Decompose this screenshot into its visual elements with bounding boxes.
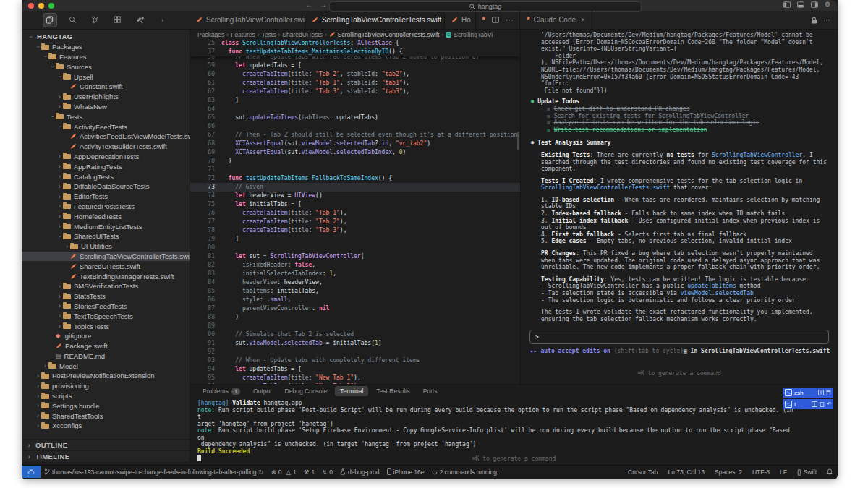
tree-item-settings-bundle[interactable]: ›Settings.bundle xyxy=(22,401,190,411)
restore-icon[interactable]: ↶ xyxy=(827,401,831,407)
status-lf[interactable]: LF xyxy=(775,468,792,476)
scheme-item[interactable]: debug-prod xyxy=(336,468,383,476)
more-views-chevron-icon[interactable]: › xyxy=(156,14,169,27)
terminal-output[interactable]: [hangtag] Validate hangtag.appnote: Run … xyxy=(190,398,798,464)
panel-tab-output[interactable]: Output xyxy=(248,386,277,396)
tree-item-activitiesfeedlistviewmodeltests-swift[interactable]: ActivitiesFeedListViewModelTests.swift xyxy=(22,132,190,142)
tree-item-tests[interactable]: ›Tests xyxy=(22,111,190,121)
nav-forward-icon[interactable]: → xyxy=(320,1,327,9)
tree-item-appratingtests[interactable]: ›AppRatingTests xyxy=(22,161,190,171)
tree-item-userhighlights[interactable]: ›UserHighlights xyxy=(22,92,190,102)
tree-item-homefeedtests[interactable]: ›HomefeedTests xyxy=(22,211,190,221)
terminal-session-1[interactable]: >_zsh xyxy=(783,388,833,398)
claude-action-icon[interactable]: * xyxy=(482,15,485,25)
terminal-session-2[interactable]: >_L...↶ xyxy=(783,399,833,409)
tree-item-model[interactable]: ›Model xyxy=(22,361,190,371)
breadcrumb-file[interactable]: ScrollingTabViewControllerTests.swift xyxy=(338,31,440,38)
tree-item-statstests[interactable]: ›StatsTests xyxy=(22,291,190,301)
language-mode-item[interactable]: {} Swift xyxy=(792,468,822,476)
tree-item-shareduitests[interactable]: ›SharedUITests xyxy=(22,231,190,241)
kill-terminal-icon[interactable] xyxy=(820,401,825,407)
device-item[interactable]: iPhone 16e xyxy=(383,468,428,476)
breadcrumb-item[interactable]: Features xyxy=(231,31,255,38)
toggle-left-sidebar-icon[interactable] xyxy=(783,1,791,8)
more-actions-icon[interactable]: ⋯ xyxy=(823,16,830,24)
breadcrumb-item[interactable]: SharedUITests xyxy=(282,31,323,38)
close-tab-icon[interactable]: × xyxy=(581,16,585,24)
panel-tab-ports[interactable]: Ports xyxy=(418,386,443,396)
editor-scrollbar[interactable] xyxy=(517,132,519,150)
panel-tab-terminal[interactable]: Terminal xyxy=(335,386,368,396)
tree-item-scripts[interactable]: ›scripts xyxy=(22,391,190,401)
tree-item-provisioning[interactable]: ›provisioning xyxy=(22,381,190,391)
tree-item-topicstests[interactable]: ›TopicsTests xyxy=(22,321,190,331)
status-utf-8[interactable]: UTF-8 xyxy=(747,468,775,476)
tree-item-packages[interactable]: ›Packages xyxy=(22,42,190,52)
claude-context-file[interactable]: ▣ In ScrollingTabViewControllerTests.swi… xyxy=(684,348,830,354)
tab-scrollingtabviewcontroller-swift[interactable]: ScrollingTabViewController.swift xyxy=(190,11,305,29)
tab-ho[interactable]: Ho xyxy=(445,11,476,29)
more-editor-actions-icon[interactable]: ⋯ xyxy=(506,15,514,25)
split-editor-icon[interactable] xyxy=(492,17,499,23)
tree-item-diffabledatasourcetests[interactable]: ›DiffableDataSourceTests xyxy=(22,181,190,192)
status-cursor-tab[interactable]: Cursor Tab xyxy=(623,468,663,476)
settings-gear-icon[interactable]: ⚙ xyxy=(825,1,830,8)
tree-item-postpreviewnotificationextension[interactable]: ›PostPreviewNotificationExtension xyxy=(22,371,190,381)
auto-accept-toggle[interactable]: ▸▸ auto-accept edits on xyxy=(530,348,610,354)
tree-item-features[interactable]: ›Features xyxy=(22,52,190,62)
tab-scrollingtabviewcontrollertests-swift[interactable]: ScrollingTabViewControllerTests.swift× xyxy=(305,11,445,29)
breadcrumb-item[interactable]: Packages xyxy=(197,31,224,38)
status-ln-73-col-13[interactable]: Ln 73, Col 13 xyxy=(663,468,710,476)
sweetpad-tools-icon[interactable] xyxy=(134,14,147,27)
breadcrumb-item[interactable]: Tests xyxy=(262,31,276,38)
tree-item-constant-swift[interactable]: Constant.swift xyxy=(22,82,190,92)
minimize-window-button[interactable] xyxy=(38,3,44,9)
code-editor[interactable]: 25class ScrollingTabViewControllerTests:… xyxy=(190,39,520,384)
panel-tab-problems[interactable]: Problems 1 xyxy=(197,386,245,396)
tree-item-whatsnew[interactable]: ›WhatsNew xyxy=(22,102,190,112)
tree-item-activityfeedtests[interactable]: ›ActivityFeedTests xyxy=(22,121,190,132)
lock-icon[interactable] xyxy=(811,17,817,24)
tree-item-xcconfigs[interactable]: ›Xcconfigs xyxy=(22,421,190,431)
nav-back-icon[interactable]: ← xyxy=(305,1,312,9)
kill-terminal-icon[interactable] xyxy=(826,390,831,395)
extensions-icon[interactable] xyxy=(111,14,124,27)
tree-item-mediumentitylisttests[interactable]: ›MediumEntityListTests xyxy=(22,221,190,231)
tree-item-storiesfeedtests[interactable]: ›StoriesFeedTests xyxy=(22,301,190,312)
search-panel-icon[interactable] xyxy=(67,14,80,27)
notifications-bell-item[interactable] xyxy=(822,468,838,475)
source-control-icon[interactable] xyxy=(89,14,102,27)
tree-item-activitytextbuildertests-swift[interactable]: ActivityTextBuilderTests.swift xyxy=(22,142,190,152)
explorer-icon[interactable] xyxy=(43,13,57,27)
tree-item-catalogtests[interactable]: ›CatalogTests xyxy=(22,171,190,181)
tree-item-readme-md[interactable]: ▤README.md xyxy=(22,351,190,361)
tab-claude-code[interactable]: * Claude Code × xyxy=(520,11,592,29)
tree-item-appdeprecationtests[interactable]: ›AppDeprecationTests xyxy=(22,152,190,162)
sidebar-section-outline[interactable]: ›OUTLINE xyxy=(22,439,190,450)
split-terminal-icon[interactable] xyxy=(818,390,824,395)
commands-running-item[interactable]: 2 commands running... xyxy=(428,468,506,476)
ports-item[interactable]: ↯0 xyxy=(318,468,336,476)
command-center-search[interactable]: hangtag xyxy=(329,1,642,12)
tree-item-package-swift[interactable]: Package.swift xyxy=(22,341,190,351)
tree-item-featuredpoststests[interactable]: ›FeaturedPostsTests xyxy=(22,202,190,212)
zoom-window-button[interactable] xyxy=(48,3,54,9)
remote-indicator[interactable]: ⤤⤣ xyxy=(22,466,41,478)
panel-tab-debug-console[interactable]: Debug Console xyxy=(280,386,333,396)
split-terminal-icon[interactable] xyxy=(812,401,817,407)
toggle-right-sidebar-icon[interactable] xyxy=(811,1,818,8)
tree-item-shareduitests-swift[interactable]: SharedUITests.swift xyxy=(22,261,190,271)
tree-item--gitignore[interactable]: ◆.gitignore xyxy=(22,331,190,341)
tree-item-textbindingmanagertests-swift[interactable]: TextBindingManagerTests.swift xyxy=(22,271,190,281)
tree-item-hangtag[interactable]: ›HANGTAG xyxy=(22,32,190,42)
tree-item-sharedtesttools[interactable]: ›SharedTestTools xyxy=(22,411,190,421)
tree-item-editortests[interactable]: ›EditorTests xyxy=(22,192,190,202)
git-branch-item[interactable]: thomas/ios-193-cannot-swipe-to-change-fe… xyxy=(41,468,268,476)
tree-item-sources[interactable]: ›Sources xyxy=(22,61,190,72)
status-spaces-2[interactable]: Spaces: 2 xyxy=(710,468,747,476)
panel-tab-test-results[interactable]: Test Results xyxy=(371,386,414,396)
breadcrumb-symbol[interactable]: ScrollingTabVi xyxy=(454,31,493,38)
close-window-button[interactable] xyxy=(28,3,34,9)
claude-prompt-input[interactable]: > xyxy=(529,330,829,344)
toggle-bottom-panel-icon[interactable] xyxy=(797,1,804,8)
